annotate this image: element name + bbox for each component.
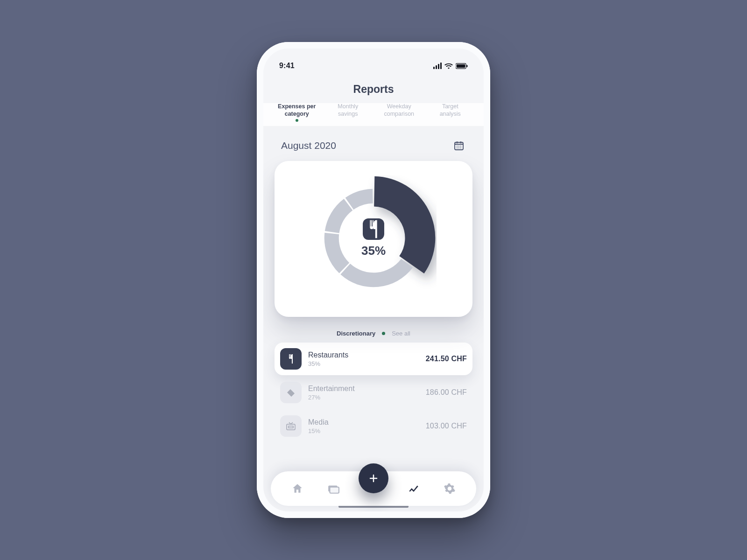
cellular-icon	[433, 63, 442, 69]
nav-settings[interactable]	[438, 477, 461, 500]
category-list: Restaurants 35% 241.50 CHF Entertainment…	[275, 343, 472, 442]
plus-icon	[368, 473, 379, 484]
screen: 9:41 Reports Expenses per category Month…	[263, 49, 484, 511]
period-label: August 2020	[281, 140, 336, 151]
tab-label: comparison	[384, 111, 414, 117]
report-body: August 2020 35%	[263, 126, 484, 511]
svg-point-5	[458, 146, 459, 147]
category-pct: 15%	[308, 427, 419, 434]
see-all-link[interactable]: See all	[392, 330, 410, 337]
report-tabs: Expenses per category Monthly savings We…	[263, 103, 484, 126]
tab-monthly-savings[interactable]: Monthly savings	[325, 103, 372, 123]
page-title: Reports	[263, 75, 484, 103]
svg-point-7	[457, 147, 458, 148]
nav-cards[interactable]	[322, 477, 345, 500]
tab-label: Monthly	[338, 103, 358, 110]
svg-rect-1	[457, 64, 465, 68]
donut-chart[interactable]: 35%	[310, 175, 437, 301]
calendar-button[interactable]	[452, 139, 466, 153]
tab-label: category	[285, 111, 309, 117]
status-bar: 9:41	[263, 49, 484, 75]
svg-point-8	[458, 147, 459, 148]
period-row: August 2020	[275, 137, 472, 161]
category-item-restaurants[interactable]: Restaurants 35% 241.50 CHF	[275, 343, 472, 375]
nav-analytics[interactable]	[402, 477, 425, 500]
filter-label[interactable]: Discretionary	[337, 330, 375, 337]
donut-chart-card: 35%	[275, 161, 472, 317]
donut-center-pct: 35%	[361, 244, 386, 258]
device-frame: 9:41 Reports Expenses per category Month…	[257, 42, 490, 518]
nav-home[interactable]	[286, 477, 309, 500]
category-item-media[interactable]: Media 15% 103.00 CHF	[275, 410, 472, 442]
analytics-icon	[408, 483, 420, 495]
calendar-icon	[453, 140, 465, 151]
wifi-icon	[444, 63, 453, 69]
tab-expenses-category[interactable]: Expenses per category	[274, 103, 320, 123]
category-name: Media	[308, 418, 419, 427]
category-amount: 241.50 CHF	[426, 355, 467, 363]
svg-rect-2	[466, 65, 467, 67]
restaurants-icon	[280, 348, 302, 370]
category-amount: 103.00 CHF	[426, 422, 467, 430]
bottom-nav	[271, 471, 476, 506]
gear-icon	[444, 483, 456, 495]
list-filter: Discretionary See all	[275, 317, 472, 343]
category-pct: 35%	[308, 360, 419, 367]
entertainment-icon	[280, 382, 302, 403]
tab-label: analysis	[440, 111, 461, 117]
category-name: Entertainment	[308, 385, 419, 393]
tab-label: Weekday	[387, 103, 411, 110]
svg-point-4	[457, 146, 458, 147]
category-item-entertainment[interactable]: Entertainment 27% 186.00 CHF	[275, 376, 472, 409]
home-icon	[291, 483, 303, 495]
media-icon	[280, 415, 302, 437]
battery-icon	[456, 63, 468, 69]
tab-weekday-comparison[interactable]: Weekday comparison	[376, 103, 423, 123]
tab-target-analysis[interactable]: Target analysis	[427, 103, 474, 123]
donut-center: 35%	[310, 175, 437, 301]
status-icons	[433, 63, 468, 69]
dot-icon	[382, 332, 385, 335]
status-time: 9:41	[279, 62, 295, 70]
nav-add-button[interactable]	[359, 463, 388, 493]
tab-label: Expenses per	[278, 103, 316, 110]
category-name: Restaurants	[308, 351, 419, 359]
category-amount: 186.00 CHF	[426, 388, 467, 397]
restaurants-icon	[363, 218, 384, 240]
cards-icon	[327, 483, 340, 495]
tab-label: Target	[442, 103, 458, 110]
svg-point-6	[460, 146, 461, 147]
svg-point-9	[460, 147, 461, 148]
svg-rect-11	[330, 487, 339, 493]
tab-label: savings	[338, 111, 358, 117]
category-pct: 27%	[308, 394, 419, 401]
